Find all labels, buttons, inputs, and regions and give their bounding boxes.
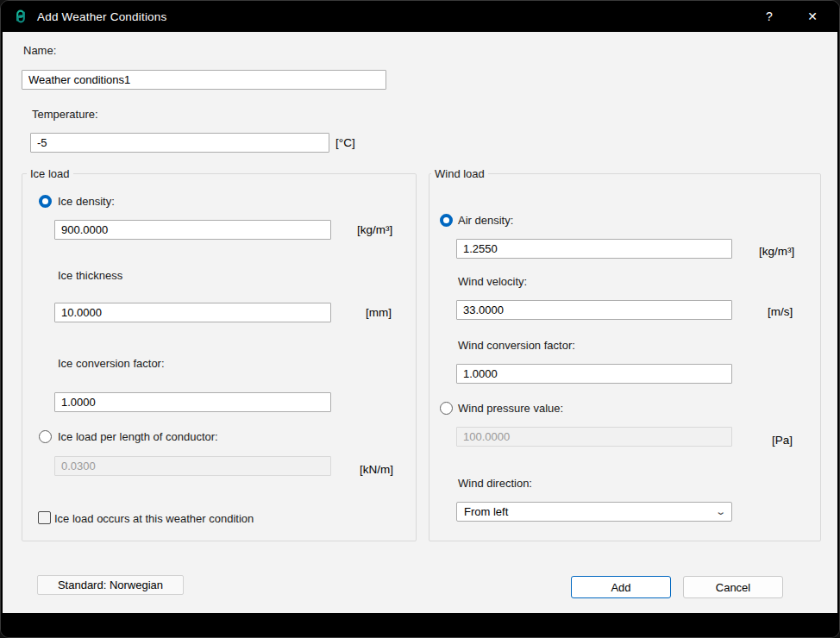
wind-direction-dropdown[interactable]: From left ⌄: [456, 502, 732, 522]
ice-conversion-factor-input[interactable]: [54, 392, 331, 412]
wind-velocity-unit: [m/s]: [768, 305, 793, 318]
temperature-label: Temperature:: [32, 108, 98, 121]
wind-conversion-factor-input[interactable]: [456, 364, 732, 384]
ice-load-occurs-label: Ice load occurs at this weather conditio…: [54, 512, 254, 525]
chevron-down-icon: ⌄: [715, 506, 726, 517]
ice-load-occurs-checkbox[interactable]: [38, 511, 51, 524]
ice-load-per-length-radio[interactable]: [39, 430, 52, 443]
ice-load-per-length-unit: [kN/m]: [360, 463, 393, 476]
ice-load-per-length-input[interactable]: [54, 456, 331, 476]
wind-pressure-unit: [Pa]: [772, 434, 793, 447]
wind-pressure-label: Wind pressure value:: [458, 402, 563, 415]
dialog-window: Add Weather Conditions ? ✕ Name: Tempera…: [0, 0, 840, 638]
wind-direction-label: Wind direction:: [458, 477, 532, 490]
ice-thickness-input[interactable]: [54, 303, 331, 322]
standard-button[interactable]: Standard: Norwegian: [37, 575, 184, 595]
title-bar: Add Weather Conditions ? ✕: [1, 1, 839, 32]
cancel-button[interactable]: Cancel: [683, 576, 783, 598]
air-density-input[interactable]: [456, 239, 732, 259]
name-input[interactable]: [22, 70, 386, 90]
help-button[interactable]: ?: [756, 1, 782, 32]
window-title: Add Weather Conditions: [37, 10, 167, 23]
wind-velocity-label: Wind velocity:: [458, 275, 527, 288]
add-button[interactable]: Add: [571, 576, 671, 598]
temperature-unit: [°C]: [335, 136, 355, 149]
wind-conversion-factor-label: Wind conversion factor:: [458, 339, 575, 352]
app-icon: [12, 8, 29, 25]
wind-direction-value: From left: [464, 505, 508, 518]
wind-velocity-input[interactable]: [456, 300, 732, 320]
ice-density-radio[interactable]: [39, 195, 52, 208]
temperature-input[interactable]: [30, 133, 329, 153]
ice-thickness-unit: [mm]: [366, 306, 392, 319]
air-density-label: Air density:: [458, 214, 513, 227]
ice-density-label: Ice density:: [58, 195, 115, 208]
wind-load-group-label: Wind load: [431, 167, 488, 180]
ice-load-group-label: Ice load: [27, 167, 73, 180]
name-label: Name:: [23, 44, 56, 57]
wind-pressure-input[interactable]: [456, 427, 732, 447]
ice-thickness-label: Ice thickness: [58, 269, 122, 282]
air-density-radio[interactable]: [440, 214, 453, 227]
ice-density-input[interactable]: [54, 220, 331, 240]
air-density-unit: [kg/m³]: [759, 245, 794, 258]
ice-density-unit: [kg/m³]: [357, 223, 392, 236]
window-bottom-frame: [1, 613, 839, 637]
wind-pressure-radio[interactable]: [440, 402, 453, 415]
ice-conversion-factor-label: Ice conversion factor:: [58, 357, 165, 370]
dialog-content: Name: Temperature: [°C] Ice load Ice den…: [3, 32, 837, 615]
close-icon[interactable]: ✕: [793, 1, 832, 32]
ice-load-per-length-label: Ice load per length of conductor:: [58, 430, 218, 443]
